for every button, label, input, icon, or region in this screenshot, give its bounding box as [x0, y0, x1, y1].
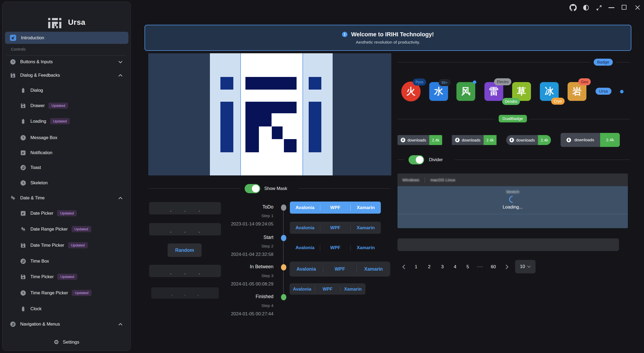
timeline-label: ToDo	[193, 204, 273, 210]
sidebar-item-label: Skeleton	[30, 180, 48, 185]
floppy-icon	[20, 274, 26, 280]
downloads-badge-large: downloads 2.4k	[561, 133, 620, 147]
sidebar-item-message-box[interactable]: Message Box	[5, 132, 128, 144]
sidebar-item-introduction[interactable]: Introduction	[5, 32, 128, 44]
welcome-banner: i Welcome to IRIHI Technology! Aesthetic…	[145, 25, 631, 51]
geo-badge: Geo	[578, 78, 591, 85]
pagination-page-60[interactable]: 60	[488, 262, 499, 272]
avalonia-button[interactable]: Avalonia	[290, 266, 323, 272]
pagination-ellipsis[interactable]: ···	[475, 262, 486, 272]
progress-placeholder	[397, 238, 619, 251]
divider-line	[397, 119, 495, 119]
gear-icon: ⚙	[54, 339, 59, 345]
dot-badge	[473, 80, 476, 84]
sidebar-item-dialog[interactable]: Dialog	[5, 84, 128, 96]
timeline-dot	[281, 264, 286, 270]
close-icon[interactable]	[634, 4, 641, 11]
sidebar-item-navigation-menus[interactable]: Navigation & Menus	[5, 318, 128, 330]
pagination-page-3[interactable]: 3	[437, 262, 448, 272]
maximize-icon[interactable]	[622, 5, 627, 10]
sidebar-item-date-picker[interactable]: Date Picker Updated	[5, 207, 128, 219]
sidebar-item-date-time[interactable]: Date & Time	[5, 192, 128, 204]
settings-button[interactable]: ⚙ Settings	[2, 334, 131, 351]
electro-badge: Electro	[494, 78, 511, 85]
sidebar-item-label: Time Box	[30, 259, 49, 264]
updated-badge: Updated	[57, 274, 77, 280]
wpf-button[interactable]: WPF	[323, 266, 357, 272]
button-group-large: Avalonia WPF Xamarin	[290, 262, 390, 277]
cryo-badge: Cryo	[551, 98, 565, 105]
divider-line	[148, 188, 240, 189]
divider-line	[529, 119, 630, 119]
badge-right-text: 2.4k	[429, 135, 442, 145]
wpf-button[interactable]: WPF	[320, 245, 350, 250]
pagination-page-4[interactable]: 4	[450, 262, 460, 272]
pagination-prev-button[interactable]	[398, 262, 409, 272]
sidebar-item-drawer[interactable]: Drawer Updated	[5, 100, 128, 112]
timeline-label: In Between	[193, 264, 273, 270]
pagination-page-5[interactable]: 5	[462, 262, 473, 272]
xamarin-button[interactable]: Xamarin	[351, 205, 381, 210]
badge-right-text: 2.4k	[484, 135, 496, 145]
pagination-page-2[interactable]: 2	[424, 262, 435, 272]
avalonia-button[interactable]: Avalonia	[290, 245, 320, 250]
battery-icon	[20, 87, 26, 93]
sidebar-item-dialog-feedbacks[interactable]: Dialog & Feedbacks	[5, 69, 128, 81]
timeline-time: 2024-01-05 00:27:44	[193, 311, 273, 317]
clock-icon	[20, 290, 26, 296]
sidebar-item-skeleton[interactable]: Skeleton	[5, 177, 128, 189]
tab-windows[interactable]: Windows	[402, 178, 419, 182]
updated-badge: Updated	[72, 226, 91, 232]
updated-badge: Updated	[48, 103, 68, 109]
arrow-square-icon	[9, 34, 17, 41]
xamarin-button[interactable]: Xamarin	[340, 287, 365, 292]
pagination-page-1[interactable]: 1	[411, 262, 421, 272]
ip-separator: .	[184, 292, 186, 296]
sidebar-item-time-range-picker[interactable]: Time Range Picker Updated	[5, 287, 128, 299]
avalonia-button[interactable]: Avalonia	[290, 205, 320, 210]
minimize-icon[interactable]	[608, 7, 614, 8]
show-mask-label: Show Mask	[264, 186, 287, 191]
xamarin-button[interactable]: Xamarin	[351, 225, 381, 231]
pyro-badge: Pyro	[413, 79, 426, 86]
irihi-logo-icon	[48, 16, 62, 29]
timeline-step: Step 4	[193, 303, 273, 308]
wpf-button[interactable]: WPF	[320, 225, 350, 231]
avalonia-button[interactable]: Avalonia	[290, 287, 315, 292]
page-size-select[interactable]: 10	[515, 260, 536, 273]
show-mask-toggle[interactable]	[245, 184, 260, 193]
chevron-up-icon	[118, 73, 122, 78]
xamarin-button[interactable]: Xamarin	[357, 266, 390, 272]
wpf-button[interactable]: WPF	[315, 287, 340, 292]
ip-separator: .	[170, 207, 171, 212]
divider-toggle[interactable]	[409, 155, 424, 164]
sidebar-item-toast[interactable]: Toast	[5, 161, 128, 174]
divider-line	[397, 62, 590, 62]
sidebar-item-buttons-inputs[interactable]: Buttons & Inputs	[5, 56, 128, 68]
sidebar-item-time-picker[interactable]: Time Picker Updated	[5, 271, 128, 283]
timeline-dot	[281, 294, 286, 300]
badge-left-text: downloads	[574, 137, 594, 142]
pagination-next-button[interactable]	[501, 262, 512, 272]
sidebar-item-date-time-picker[interactable]: Date Time Picker Updated	[5, 239, 128, 251]
sidebar: Ursa Introduction Controls Buttons & Inp…	[2, 2, 131, 351]
xamarin-button[interactable]: Xamarin	[351, 245, 381, 250]
timeline-label: Start	[193, 235, 273, 240]
sidebar-item-notification[interactable]: Notification	[5, 147, 128, 159]
sidebar-item-loading[interactable]: Loading Updated	[5, 115, 128, 127]
tile-glyph: 水	[434, 85, 443, 98]
avalonia-button[interactable]: Avalonia	[290, 225, 320, 231]
sidebar-item-time-box[interactable]: Time Box	[5, 255, 128, 267]
tab-macos-linux[interactable]: macOS Linux	[430, 178, 455, 182]
tile-glyph: 冰	[545, 85, 554, 98]
wpf-button[interactable]: WPF	[320, 205, 350, 210]
sidebar-item-clock[interactable]: Clock	[5, 303, 128, 315]
theme-toggle-icon[interactable]	[583, 5, 589, 10]
github-icon[interactable]	[569, 4, 577, 11]
fullscreen-icon[interactable]	[596, 5, 602, 11]
clock-icon	[20, 135, 26, 141]
timeline-dot	[281, 235, 286, 241]
divider-toggle-label: Divider	[429, 157, 443, 162]
sidebar-item-date-range-picker[interactable]: Date Range Picker Updated	[5, 223, 128, 235]
sidebar-item-label: Date Time Picker	[30, 243, 64, 248]
